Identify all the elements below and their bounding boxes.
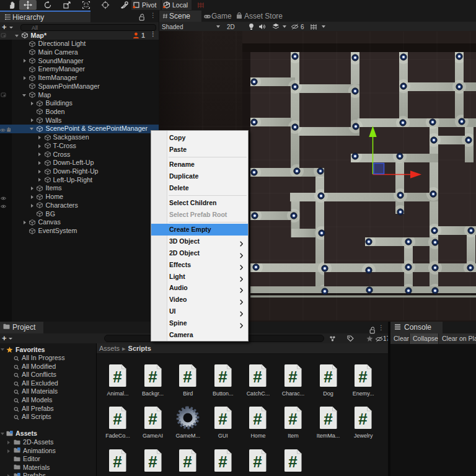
svg-text:#: # xyxy=(113,410,122,428)
svg-text:#: # xyxy=(324,410,333,428)
svg-text:#: # xyxy=(253,410,263,428)
svg-text:#: # xyxy=(253,452,263,470)
svg-text:#: # xyxy=(218,367,227,386)
svg-text:#: # xyxy=(288,410,298,428)
svg-text:#: # xyxy=(358,367,368,386)
svg-text:#: # xyxy=(148,410,157,428)
svg-text:#: # xyxy=(288,367,298,386)
svg-text:#: # xyxy=(358,410,368,428)
svg-text:#: # xyxy=(183,452,192,470)
svg-text:#: # xyxy=(183,367,192,386)
svg-text:#: # xyxy=(113,452,122,470)
svg-text:#: # xyxy=(148,452,157,470)
svg-text:#: # xyxy=(148,367,157,386)
svg-text:#: # xyxy=(218,410,227,428)
svg-text:#: # xyxy=(113,367,122,386)
svg-text:#: # xyxy=(324,367,333,386)
svg-text:#: # xyxy=(288,452,298,470)
svg-text:#: # xyxy=(253,367,263,386)
svg-text:#: # xyxy=(218,452,227,470)
